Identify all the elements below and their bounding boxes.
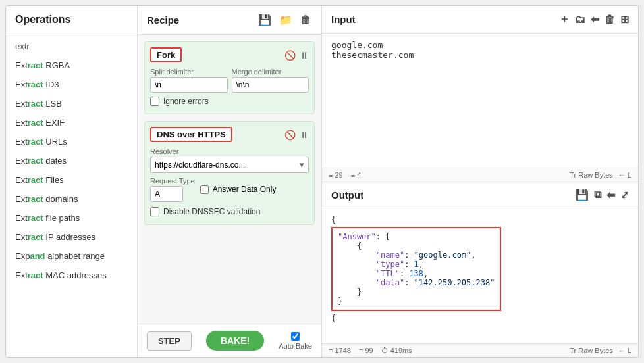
- copy-output-icon[interactable]: ⧉: [594, 189, 601, 201]
- input-area: Input ＋ 🗂 ⬅ 🗑 ⊞ google.com thesecmaster.…: [322, 6, 638, 182]
- dns-title: DNS over HTTPS: [150, 127, 232, 142]
- resolver-input[interactable]: [155, 160, 300, 170]
- input-line-2: thesecmaster.com: [331, 50, 629, 60]
- dns-disable-icon[interactable]: 🚫: [284, 130, 296, 140]
- output-pre-line: {: [331, 215, 629, 224]
- dnssec-row: Disable DNSSEC validation: [150, 207, 309, 216]
- auto-bake-checkbox-row: [291, 332, 300, 341]
- sidebar-item-expand-alphabet[interactable]: Expand alphabet range: [6, 247, 137, 266]
- dns-controls: 🚫 ⏸: [284, 130, 309, 140]
- request-type-row: Request Type Answer Data Only: [150, 177, 309, 202]
- fork-title: Fork: [150, 47, 182, 62]
- output-post-line: {: [331, 314, 629, 323]
- auto-bake-label: Auto Bake: [279, 342, 312, 350]
- merge-delimiter-field: Merge delimiter: [232, 68, 309, 93]
- folder-icon[interactable]: 📁: [278, 12, 294, 28]
- request-type-field: Request Type: [150, 177, 195, 202]
- dnssec-checkbox[interactable]: [150, 207, 159, 216]
- sidebar-item-extract-exif[interactable]: Extract EXIF: [6, 113, 137, 132]
- output-header-icons: 💾 ⧉ ⬅ ⤢: [576, 189, 629, 201]
- ignore-errors-checkbox[interactable]: [150, 97, 159, 106]
- merge-delimiter-input[interactable]: [232, 77, 309, 93]
- save-output-icon[interactable]: 💾: [576, 189, 589, 201]
- raw-bytes-btn[interactable]: Tr Raw Bytes: [570, 171, 613, 179]
- dns-pause-icon[interactable]: ⏸: [300, 130, 309, 140]
- recipe-header: Recipe 💾 📁 🗑: [138, 6, 321, 35]
- output-eq-count: ≡ 99: [359, 347, 373, 354]
- layout-icon[interactable]: ⊞: [620, 13, 629, 26]
- answer-data-checkbox[interactable]: [200, 185, 209, 194]
- fork-controls: 🚫 ⏸: [284, 50, 309, 60]
- output-timing: ⏱ 419ms: [381, 347, 412, 354]
- step-button[interactable]: STEP: [147, 331, 192, 351]
- split-delimiter-field: Split delimiter: [150, 68, 228, 93]
- sidebar-item-extract-id3[interactable]: Extract ID3: [6, 75, 137, 94]
- delete-recipe-icon[interactable]: 🗑: [299, 13, 312, 28]
- fork-disable-icon[interactable]: 🚫: [284, 50, 296, 60]
- answer-data-label: Answer Data Only: [213, 185, 277, 194]
- input-line-1: google.com: [331, 40, 629, 50]
- clear-input-icon[interactable]: 🗑: [604, 14, 615, 26]
- recipe-content: Fork 🚫 ⏸ Split delimiter Merge delimiter: [138, 35, 321, 324]
- sidebar-item-extract-files[interactable]: Extract Files: [6, 170, 137, 189]
- resolver-field: Resolver ▾: [150, 147, 309, 173]
- output-content: { "Answer": [ { "name": "google.com", "t…: [322, 208, 638, 344]
- dns-block-header: DNS over HTTPS 🚫 ⏸: [150, 127, 309, 142]
- bake-button[interactable]: BAKE!: [206, 331, 264, 351]
- ignore-errors-row: Ignore errors: [150, 97, 309, 106]
- answer-data-field: Answer Data Only: [200, 185, 277, 194]
- input-arrow-icon[interactable]: ← L: [618, 171, 631, 179]
- fork-fields: Split delimiter Merge delimiter: [150, 68, 309, 93]
- answer-key: "Answer": [338, 232, 376, 241]
- input-toolbar: ≡ 29 ≡ 4 Tr Raw Bytes ← L: [322, 168, 638, 182]
- resolver-label: Resolver: [150, 147, 309, 155]
- swap-output-icon[interactable]: ⬅: [606, 189, 615, 201]
- resolver-input-wrap: ▾: [150, 157, 309, 173]
- open-file-icon[interactable]: 🗂: [575, 14, 585, 26]
- input-eq-count: ≡ 4: [351, 171, 362, 179]
- output-footer: ≡ 1748 ≡ 99 ⏱ 419ms Tr Raw Bytes ← L: [322, 343, 638, 357]
- split-delimiter-input[interactable]: [150, 77, 228, 93]
- sidebar-item-extract-urls[interactable]: Extract URLs: [6, 132, 137, 151]
- operations-panel: Operations extr Extract RGBA Extract ID3…: [6, 6, 138, 357]
- request-type-input[interactable]: [150, 186, 183, 202]
- sidebar-item-extract-rgba[interactable]: Extract RGBA: [6, 56, 137, 75]
- dnssec-label: Disable DNSSEC validation: [163, 207, 260, 216]
- save-recipe-icon[interactable]: 💾: [257, 12, 273, 28]
- fork-pause-icon[interactable]: ⏸: [300, 50, 309, 60]
- input-line-count: ≡ 29: [329, 171, 343, 179]
- add-input-icon[interactable]: ＋: [559, 12, 570, 26]
- ignore-errors-label: Ignore errors: [163, 97, 209, 106]
- output-arrow-icon[interactable]: ← L: [618, 347, 631, 354]
- split-delimiter-label: Split delimiter: [150, 68, 228, 76]
- operations-list: extr Extract RGBA Extract ID3 Extract LS…: [6, 34, 137, 357]
- output-line-count: ≡ 1748: [329, 347, 351, 354]
- sidebar-item-extract-file-paths[interactable]: Extract file paths: [6, 208, 137, 228]
- output-title: Output: [331, 189, 363, 201]
- io-panel: Input ＋ 🗂 ⬅ 🗑 ⊞ google.com thesecmaster.…: [322, 6, 638, 357]
- operations-title: Operations: [6, 6, 137, 34]
- sidebar-item-extract-ip[interactable]: Extract IP addresses: [6, 228, 137, 247]
- output-area: Output 💾 ⧉ ⬅ ⤢ { "Answer": [ { "name": "…: [322, 182, 638, 358]
- input-content[interactable]: google.com thesecmaster.com: [322, 34, 638, 168]
- auto-bake-checkbox[interactable]: [291, 332, 300, 341]
- output-header: Output 💾 ⧉ ⬅ ⤢: [322, 182, 638, 208]
- sidebar-item-extract-dates[interactable]: Extract dates: [6, 151, 137, 170]
- input-title: Input: [331, 14, 356, 25]
- output-toolbar-right: Tr Raw Bytes ← L: [570, 347, 631, 354]
- output-raw-bytes-btn[interactable]: Tr Raw Bytes: [570, 347, 613, 354]
- merge-delimiter-label: Merge delimiter: [232, 68, 309, 76]
- input-toolbar-right: Tr Raw Bytes ← L: [570, 171, 631, 179]
- sidebar-item-extract-mac[interactable]: Extract MAC addresses: [6, 266, 137, 285]
- expand-output-icon[interactable]: ⤢: [620, 189, 629, 201]
- fork-block: Fork 🚫 ⏸ Split delimiter Merge delimiter: [144, 41, 315, 114]
- sidebar-item-extr: extr: [6, 37, 137, 56]
- sidebar-item-extract-domains[interactable]: Extract domains: [6, 189, 137, 208]
- fork-block-header: Fork 🚫 ⏸: [150, 47, 309, 62]
- paste-icon[interactable]: ⬅: [591, 13, 599, 26]
- recipe-panel: Recipe 💾 📁 🗑 Fork 🚫 ⏸ Split: [138, 6, 322, 357]
- input-header: Input ＋ 🗂 ⬅ 🗑 ⊞: [322, 6, 638, 34]
- recipe-footer: STEP BAKE! Auto Bake: [138, 324, 321, 357]
- dns-block: DNS over HTTPS 🚫 ⏸ Resolver ▾ Reque: [144, 121, 315, 225]
- sidebar-item-extract-lsb[interactable]: Extract LSB: [6, 94, 137, 113]
